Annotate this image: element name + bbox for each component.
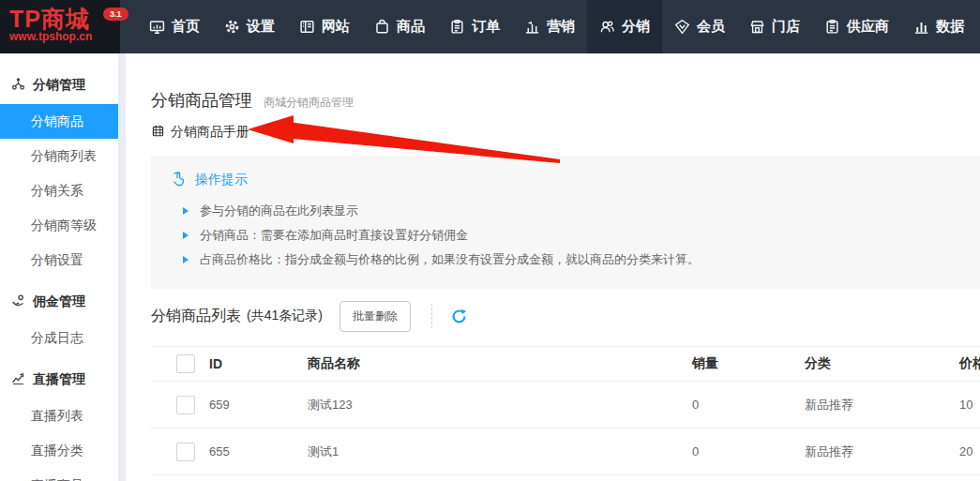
tips-item: 分销商品：需要在添加商品时直接设置好分销佣金 <box>170 223 980 248</box>
sidebar-item-label: 直播列表 <box>31 408 83 425</box>
nav-item-suppliers[interactable]: 供应商 <box>812 0 901 53</box>
cell-category: 新品推荐 <box>798 428 953 475</box>
sidebar-item-distributor-levels[interactable]: 分销商等级 <box>0 208 118 243</box>
brand-url: www.tpshop.cn <box>9 31 120 43</box>
commission-hand-icon <box>11 293 25 310</box>
tips-header: 操作提示 <box>170 170 980 189</box>
sidebar-item-live-list[interactable]: 直播列表 <box>0 398 118 433</box>
nav-item-distribution[interactable]: 分销 <box>587 0 662 53</box>
nav-label: 订单 <box>472 18 500 36</box>
table-row: 659 测试123 0 新品推荐 10 <box>151 382 980 428</box>
tips-box: 操作提示 参与分销的商品在此列表显示 分销商品：需要在添加商品时直接设置好分销佣… <box>151 156 980 289</box>
nav-label: 供应商 <box>847 18 889 36</box>
tips-title: 操作提示 <box>195 172 248 188</box>
nav-label: 设置 <box>247 18 275 36</box>
sidebar-item-label: 分销设置 <box>31 252 83 269</box>
goods-table: ID 商品名称 销量 分类 价格 659 测试123 0 新品推荐 10 <box>151 346 980 475</box>
tips-text: 分销商品：需要在添加商品时直接设置好分销佣金 <box>200 223 468 248</box>
goods-bag-icon <box>374 19 390 35</box>
cell-id: 655 <box>203 428 301 475</box>
nav-item-members[interactable]: 会员 <box>662 0 737 53</box>
nav-label: 首页 <box>172 18 200 36</box>
bullet-triangle-icon <box>183 207 188 215</box>
page-header: 分销商品管理 商城分销商品管理 <box>151 89 980 112</box>
nav-item-goods[interactable]: 商品 <box>362 0 437 53</box>
supplier-clipboard-icon <box>824 19 840 35</box>
nav-label: 营销 <box>547 18 575 36</box>
tips-item: 占商品价格比：指分成金额与价格的比例，如果没有设置分成金额，就以商品的分类来计算… <box>170 248 980 272</box>
column-header-price: 价格 <box>953 347 980 382</box>
sidebar-group-distribution[interactable]: 分销管理 <box>0 67 118 104</box>
gear-icon <box>224 19 240 35</box>
tips-text: 参与分销的商品在此列表显示 <box>200 199 358 223</box>
manual-link[interactable]: 分销商品手册 <box>151 124 249 141</box>
live-chart-icon <box>11 371 25 388</box>
divider <box>431 304 432 328</box>
sidebar-item-distribution-goods[interactable]: 分销商品 <box>0 104 118 139</box>
cell-name: 测试123 <box>301 382 686 428</box>
sidebar-item-commission-log[interactable]: 分成日志 <box>0 321 118 355</box>
nav-label: 会员 <box>697 18 725 36</box>
nav-menu: 首页 设置 网站 商品 订单 营销 分销 会员 <box>120 0 976 53</box>
cell-price: 10 <box>953 382 980 428</box>
cell-price: 20 <box>953 428 980 475</box>
row-checkbox[interactable] <box>176 443 195 461</box>
sidebar-group-commission[interactable]: 佣金管理 <box>0 283 118 321</box>
column-header-category: 分类 <box>798 347 953 382</box>
share-nodes-icon <box>11 77 25 94</box>
manual-book-icon <box>151 124 165 141</box>
table-row: 655 测试1 0 新品推荐 20 <box>151 428 980 475</box>
sidebar-item-distribution-relations[interactable]: 分销关系 <box>0 173 118 208</box>
nav-item-orders[interactable]: 订单 <box>437 0 512 53</box>
breadcrumb: 商城分销商品管理 <box>264 95 354 111</box>
nav-label: 网站 <box>322 18 350 36</box>
order-clipboard-icon <box>449 19 465 35</box>
list-title: 分销商品列表 <box>151 307 241 326</box>
refresh-icon[interactable] <box>451 307 470 325</box>
bullet-triangle-icon <box>183 256 188 263</box>
cell-id: 659 <box>203 382 301 428</box>
nav-item-settings[interactable]: 设置 <box>212 0 287 53</box>
cell-category: 新品推荐 <box>798 382 953 428</box>
nav-item-stores[interactable]: 门店 <box>737 0 812 53</box>
nav-label: 门店 <box>772 18 800 36</box>
sidebar-item-label: 直播分类 <box>31 443 83 459</box>
sidebar-item-label: 分销关系 <box>31 183 83 200</box>
nav-label: 商品 <box>397 18 425 36</box>
sidebar-item-live-categories[interactable]: 直播分类 <box>0 433 118 468</box>
website-icon <box>299 19 315 35</box>
sidebar-item-distributor-list[interactable]: 分销商列表 <box>0 139 118 173</box>
monitor-icon <box>149 19 165 35</box>
sidebar-item-label: 分销商品 <box>31 113 83 130</box>
nav-item-home[interactable]: 首页 <box>137 0 212 53</box>
tips-list: 参与分销的商品在此列表显示 分销商品：需要在添加商品时直接设置好分销佣金 占商品… <box>170 199 980 272</box>
member-vip-icon <box>674 19 690 35</box>
manual-link-label: 分销商品手册 <box>171 124 249 141</box>
sidebar: 分销管理 分销商品 分销商列表 分销关系 分销商等级 分销设置 佣金管理 分成日… <box>0 53 118 481</box>
batch-delete-button[interactable]: 批量删除 <box>339 301 411 332</box>
nav-item-website[interactable]: 网站 <box>287 0 362 53</box>
brand-logo[interactable]: TP商城 www.tpshop.cn 3.1 <box>0 0 120 53</box>
column-header-id: ID <box>203 347 301 382</box>
select-all-checkbox[interactable] <box>176 354 195 373</box>
nav-item-marketing[interactable]: 营销 <box>512 0 587 53</box>
sidebar-item-label: 直播商品 <box>31 477 83 481</box>
cell-sales: 0 <box>686 428 798 475</box>
list-header: 分销商品列表 (共41条记录) 批量删除 <box>151 302 980 330</box>
sidebar-item-label: 分成日志 <box>31 330 83 347</box>
main-panel: 分销商品管理 商城分销商品管理 分销商品手册 操作提示 参与分销的商品在此列表显… <box>126 53 980 481</box>
tips-text: 占商品价格比：指分成金额与价格的比例，如果没有设置分成金额，就以商品的分类来计算… <box>200 248 700 272</box>
nav-label: 分销 <box>622 18 650 36</box>
sidebar-item-distribution-settings[interactable]: 分销设置 <box>0 243 118 278</box>
top-navbar: TP商城 www.tpshop.cn 3.1 首页 设置 网站 商品 订单 营销 <box>0 0 980 53</box>
sidebar-group-live[interactable]: 直播管理 <box>0 361 118 398</box>
sidebar-item-live-goods[interactable]: 直播商品 <box>0 468 118 481</box>
distribution-users-icon <box>599 19 615 35</box>
table-header-row: ID 商品名称 销量 分类 价格 <box>151 347 980 382</box>
page-title: 分销商品管理 <box>151 89 252 112</box>
store-icon <box>749 19 765 35</box>
nav-item-data[interactable]: 数据 <box>901 0 976 53</box>
row-checkbox[interactable] <box>176 396 195 414</box>
cell-sales: 0 <box>686 382 798 428</box>
version-badge: 3.1 <box>103 8 128 21</box>
